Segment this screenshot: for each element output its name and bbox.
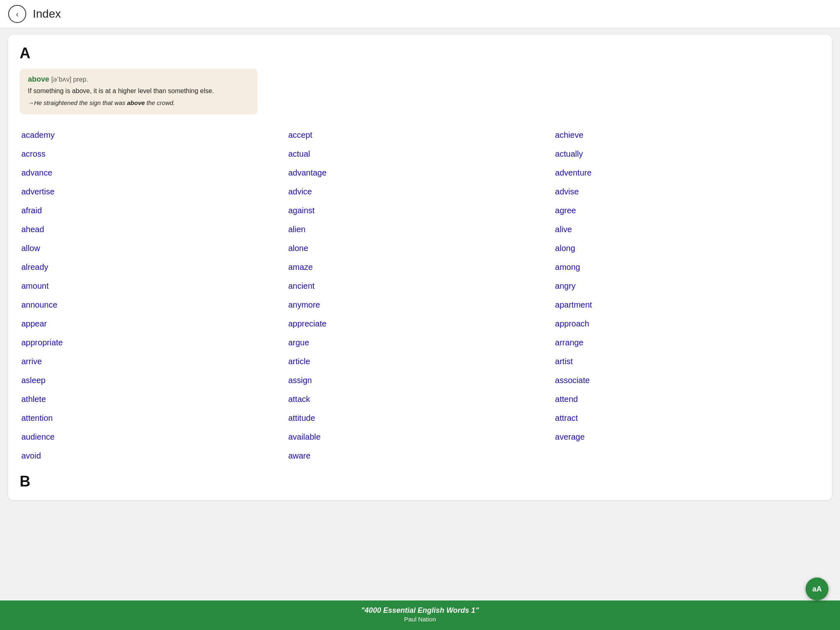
main-content: A above [əˈbʌv] prep. If something is ab…	[0, 28, 840, 630]
word-amaze[interactable]: amaze	[287, 258, 554, 276]
word-across[interactable]: across	[20, 145, 287, 163]
word-advantage[interactable]: advantage	[287, 164, 554, 182]
word-accept[interactable]: accept	[287, 126, 554, 144]
word-arrive[interactable]: arrive	[20, 352, 287, 370]
word-appropriate[interactable]: appropriate	[20, 333, 287, 352]
word-average[interactable]: average	[553, 428, 820, 446]
section-b-letter: B	[20, 473, 820, 490]
word-approach[interactable]: approach	[553, 315, 820, 333]
word-aware[interactable]: aware	[287, 447, 554, 465]
word-advise[interactable]: advise	[553, 183, 820, 201]
word-advice[interactable]: advice	[287, 183, 554, 201]
word-audience[interactable]: audience	[20, 428, 287, 446]
word-assign[interactable]: assign	[287, 371, 554, 389]
word-ahead[interactable]: ahead	[20, 220, 287, 238]
word-attract[interactable]: attract	[553, 409, 820, 427]
word-announce[interactable]: announce	[20, 296, 287, 314]
word-advertise[interactable]: advertise	[20, 183, 287, 201]
word-alien[interactable]: alien	[287, 220, 554, 238]
word-among[interactable]: among	[553, 258, 820, 276]
word-ancient[interactable]: ancient	[287, 277, 554, 295]
word-already[interactable]: already	[20, 258, 287, 276]
word-attack[interactable]: attack	[287, 390, 554, 408]
word-attend[interactable]: attend	[553, 390, 820, 408]
word-afraid[interactable]: afraid	[20, 201, 287, 219]
word-appreciate[interactable]: appreciate	[287, 315, 554, 333]
word-athlete[interactable]: athlete	[20, 390, 287, 408]
aa-button[interactable]: aA	[806, 578, 829, 600]
featured-word-phonetic: [əˈbʌv] prep.	[51, 76, 88, 83]
featured-word-box: above [əˈbʌv] prep. If something is abov…	[20, 68, 258, 114]
word-associate[interactable]: associate	[553, 371, 820, 389]
word-apartment[interactable]: apartment	[553, 296, 820, 314]
word-empty-1	[553, 447, 820, 465]
word-available[interactable]: available	[287, 428, 554, 446]
word-attention[interactable]: attention	[20, 409, 287, 427]
featured-word-definition: If something is above, it is at a higher…	[28, 86, 249, 96]
word-arrange[interactable]: arrange	[553, 333, 820, 352]
word-angry[interactable]: angry	[553, 277, 820, 295]
featured-word-title: above [əˈbʌv] prep.	[28, 75, 249, 84]
featured-word-example: →He straightened the sign that was above…	[28, 98, 249, 108]
word-allow[interactable]: allow	[20, 239, 287, 257]
word-actually[interactable]: actually	[553, 145, 820, 163]
bottom-book-title: "4000 Essential English Words 1"	[8, 606, 832, 615]
word-appear[interactable]: appear	[20, 315, 287, 333]
word-actual[interactable]: actual	[287, 145, 554, 163]
word-advance[interactable]: advance	[20, 164, 287, 182]
word-argue[interactable]: argue	[287, 333, 554, 352]
word-artist[interactable]: artist	[553, 352, 820, 370]
word-against[interactable]: against	[287, 201, 554, 219]
index-card: A above [əˈbʌv] prep. If something is ab…	[8, 35, 832, 500]
word-avoid[interactable]: avoid	[20, 447, 287, 465]
word-anymore[interactable]: anymore	[287, 296, 554, 314]
back-button[interactable]: ‹	[8, 5, 26, 23]
word-grid: academy accept achieve across actual act…	[20, 126, 820, 465]
word-academy[interactable]: academy	[20, 126, 287, 144]
word-attitude[interactable]: attitude	[287, 409, 554, 427]
bottom-bar: "4000 Essential English Words 1" Paul Na…	[0, 600, 840, 630]
word-along[interactable]: along	[553, 239, 820, 257]
bottom-author: Paul Nation	[8, 616, 832, 623]
word-achieve[interactable]: achieve	[553, 126, 820, 144]
section-a-letter: A	[20, 45, 820, 62]
word-agree[interactable]: agree	[553, 201, 820, 219]
word-adventure[interactable]: adventure	[553, 164, 820, 182]
word-alive[interactable]: alive	[553, 220, 820, 238]
aa-label: aA	[812, 585, 822, 593]
word-article[interactable]: article	[287, 352, 554, 370]
word-asleep[interactable]: asleep	[20, 371, 287, 389]
back-icon: ‹	[16, 9, 19, 19]
header: ‹ Index	[0, 0, 840, 28]
featured-word-text[interactable]: above	[28, 75, 49, 83]
word-alone[interactable]: alone	[287, 239, 554, 257]
word-amount[interactable]: amount	[20, 277, 287, 295]
page-title: Index	[33, 7, 61, 21]
